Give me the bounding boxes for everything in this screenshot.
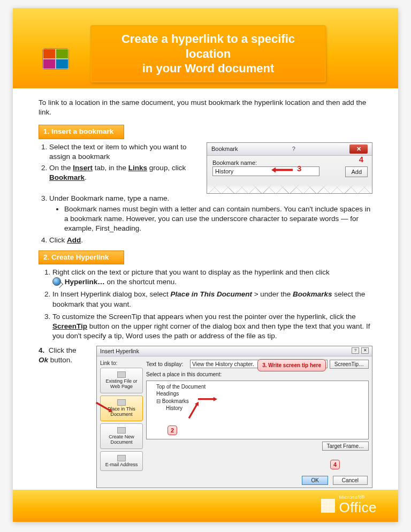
hyperlink-icon — [52, 277, 61, 286]
callout-4: 4 — [359, 154, 363, 165]
close-icon[interactable]: ✕ — [361, 347, 369, 354]
page-title: Create a hyperlink to a specific locatio… — [90, 25, 326, 82]
add-button[interactable]: Add — [345, 166, 368, 178]
content-area: To link to a location in the same docume… — [13, 88, 398, 493]
callout-3: 3 — [297, 163, 301, 174]
section2-steps: Right click on the text or picture that … — [39, 268, 372, 341]
ih-titlebar: Insert Hyperlink ? ✕ — [97, 346, 372, 356]
section2: 2. Create Hyperlink Right click on the t… — [39, 250, 372, 488]
bookmark-dialog-screenshot: Bookmark ? ✕ Bookmark name: History Add … — [207, 142, 372, 194]
bookmark-dialog-title: Bookmark — [211, 145, 238, 153]
intro-text: To link to a location in the same docume… — [39, 98, 372, 117]
close-icon[interactable]: ✕ — [349, 145, 368, 154]
s2-step2: In Insert Hyperlink dialog box, select P… — [52, 290, 372, 309]
title-line-2: in your Word document — [99, 61, 317, 76]
help-icon[interactable]: ? — [292, 145, 295, 153]
section2-step4-row: 4. Click the Ok button. Insert Hyperlink… — [39, 346, 372, 488]
screentip-callout: 3. Write screen tip here — [257, 359, 326, 372]
linkto-email[interactable]: E-mail Address — [100, 451, 143, 472]
section1-steps: Select the text or item to which you wan… — [39, 142, 199, 194]
ih-footer: OK Cancel — [97, 474, 372, 488]
tree-history[interactable]: History — [150, 405, 365, 412]
bookmark-dialog: Bookmark ? ✕ Bookmark name: History Add … — [207, 142, 372, 194]
text-to-display-label: Text to display: — [146, 360, 188, 368]
title-line-1: Create a hyperlink to a specific locatio… — [99, 32, 317, 61]
tree-top[interactable]: Top of the Document — [150, 383, 365, 391]
help-icon[interactable]: ? — [352, 347, 359, 354]
target-frame-button[interactable]: Target Frame… — [322, 442, 369, 451]
file-web-icon — [117, 371, 126, 378]
cancel-button[interactable]: Cancel — [333, 476, 368, 485]
section1-steps-cont: Under Bookmark name, type a name. Bookma… — [39, 194, 372, 245]
s1-step1: Select the text or item to which you wan… — [49, 142, 199, 162]
tree-bookmarks[interactable]: ⊟ Bookmarks — [150, 398, 365, 405]
s2-step3: To customize the ScreenTip that appears … — [52, 312, 372, 341]
bookmark-dialog-titlebar: Bookmark ? ✕ — [207, 143, 372, 156]
document-page: Create a hyperlink to a specific locatio… — [13, 8, 398, 522]
place-tree[interactable]: Top of the Document Headings ⊟ Bookmarks… — [146, 381, 369, 439]
place-icon — [117, 399, 126, 406]
email-icon — [117, 455, 126, 461]
section2-heading: 2. Create Hyperlink — [39, 250, 124, 264]
office-squares-icon — [321, 499, 335, 513]
screentip-button[interactable]: ScreenTip… — [330, 360, 369, 369]
tree-headings[interactable]: Headings — [150, 390, 365, 398]
linkto-sidebar: Existing File or Web Page Place in This … — [100, 368, 143, 471]
ok-button[interactable]: OK — [302, 476, 328, 485]
ih-main-panel: Text to display: View the History chapte… — [146, 360, 369, 472]
office-footer-logo: Microsoft® Office — [321, 496, 377, 516]
s1-step2: On the Insert tab, in the Links group, c… — [49, 163, 199, 183]
s1-step3: Under Bookmark name, type a name. Bookma… — [49, 194, 372, 234]
callout-4: 4 — [330, 460, 340, 469]
callout-2: 2 — [168, 425, 177, 435]
s2-step4: 4. Click the Ok button. — [39, 346, 88, 488]
s1-step4: Click Add. — [49, 235, 372, 245]
header-band: Create a hyperlink to a specific locatio… — [13, 8, 398, 88]
s2-step1: Right click on the text or picture that … — [52, 268, 372, 287]
linkto-existing-file[interactable]: Existing File or Web Page — [100, 368, 143, 393]
linkto-label: Link to: — [100, 360, 142, 367]
section1-body: Select the text or item to which you wan… — [39, 142, 372, 194]
section1-heading: 1. Insert a bookmark — [39, 125, 124, 139]
insert-hyperlink-dialog: Insert Hyperlink ? ✕ Link to: — [96, 346, 372, 488]
new-doc-icon — [117, 427, 126, 434]
footer-band: Microsoft® Office — [13, 490, 398, 522]
ih-title-text: Insert Hyperlink — [100, 347, 139, 355]
s1-step3-bullet: Bookmark names must begin with a letter … — [64, 204, 372, 234]
bookmark-name-label: Bookmark name: — [212, 159, 367, 167]
select-place-label: Select a place in this document: — [146, 371, 369, 378]
office-logo-icon — [42, 48, 69, 70]
bookmark-name-input[interactable]: History — [212, 166, 319, 176]
linkto-new-document[interactable]: Create New Document — [100, 423, 143, 449]
torn-edge-decoration — [207, 184, 372, 194]
footer-brand: Microsoft® Office — [339, 496, 377, 516]
